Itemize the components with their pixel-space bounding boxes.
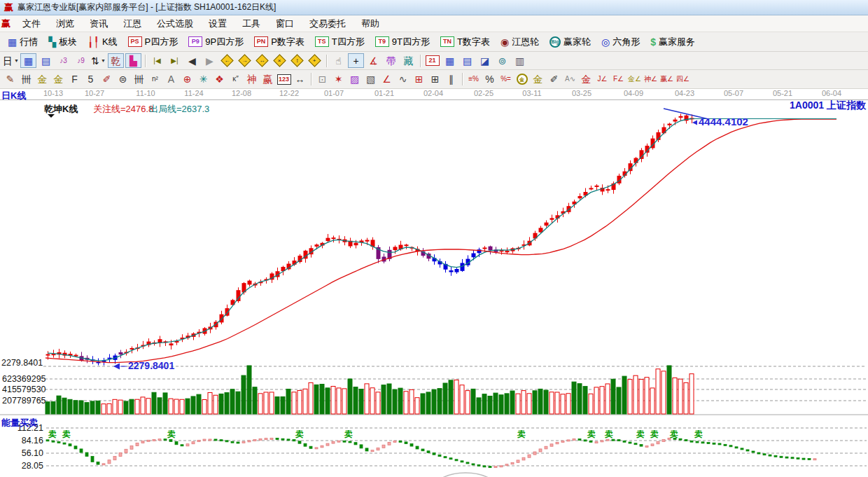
menu-item-2[interactable]: 资讯	[82, 16, 115, 32]
color-chart-button[interactable]: ▙	[125, 53, 141, 68]
screen-layout-button[interactable]: ▦	[20, 53, 36, 68]
j-angle-button[interactable]: J∠	[595, 72, 610, 86]
teal-star-button[interactable]: ✳	[196, 72, 211, 86]
menu-item-6[interactable]: 工具	[234, 16, 268, 32]
first-page-button[interactable]: |◀	[149, 53, 165, 68]
menu-item-4[interactable]: 公式选股	[149, 16, 201, 32]
shen-angle-button[interactable]: 神∠	[643, 72, 658, 86]
prev-button[interactable]: ◀	[184, 53, 200, 68]
gold-fence-b-button[interactable]: 金	[51, 72, 66, 86]
diamond-hjump-button[interactable]: ↔	[254, 53, 270, 68]
chart-svg[interactable]: 10-1310-2711-1011-2412-0812-2201-0701-21…	[0, 89, 868, 477]
calendar-button[interactable]: 21	[424, 53, 440, 68]
menu-item-9[interactable]: 帮助	[354, 16, 387, 32]
gann-wheel-button[interactable]: ◉江恩轮	[496, 34, 544, 50]
circle-fence-button[interactable]: ⊜	[115, 72, 130, 86]
report-button[interactable]: ▤	[459, 53, 475, 68]
target-circle-button[interactable]: ⊕	[180, 72, 195, 86]
gold-mark-button[interactable]: 金	[579, 72, 594, 86]
gold-circle-button[interactable]: 金	[514, 72, 529, 86]
gann-purple-tool-button[interactable]: 帶	[383, 53, 399, 68]
percent-line-button[interactable]: %=	[498, 72, 513, 86]
a-guide-button[interactable]: A	[164, 72, 178, 86]
last-page-button[interactable]: ▶|	[167, 53, 183, 68]
diamond-cross-button[interactable]: ×	[272, 53, 288, 68]
indicator-bar	[606, 439, 609, 441]
menu-item-7[interactable]: 窗口	[268, 16, 302, 32]
diamond-left-button[interactable]: ←	[219, 53, 235, 68]
menu-item-0[interactable]: 文件	[15, 16, 48, 32]
wave-a-button[interactable]: A∿	[563, 72, 578, 86]
matrix-button[interactable]: ▦	[442, 53, 458, 68]
f-angle-button[interactable]: F∠	[611, 72, 626, 86]
red-grid-star-button[interactable]: ❖	[212, 72, 227, 86]
pen-ruler-button[interactable]: ✐	[547, 72, 561, 86]
slant-lines-button[interactable]: ∥	[444, 72, 458, 86]
menu-item-5[interactable]: 设置	[201, 16, 234, 32]
period-day-button-icon: 日	[3, 56, 13, 66]
width-arrow-button[interactable]: ↔	[293, 72, 307, 86]
winner-service-button[interactable]: $赢家服务	[645, 34, 700, 50]
candle-style-button[interactable]: ⇅▼	[90, 53, 106, 68]
t-digit-table-button[interactable]: TNT数字表	[435, 34, 495, 50]
quotes-button[interactable]: ▦行情	[3, 34, 43, 50]
indicator-bar	[629, 442, 631, 443]
handle-box-button[interactable]: ⊡	[315, 72, 330, 86]
knife-tool-button[interactable]: ✎	[3, 72, 18, 86]
percent-button[interactable]: %	[482, 72, 497, 86]
menu-item-3[interactable]: 江恩	[115, 16, 149, 32]
ray-fan-button[interactable]: ✶	[331, 72, 346, 86]
menu-item-1[interactable]: 浏览	[48, 16, 82, 32]
print-button[interactable]: ▥	[512, 53, 528, 68]
k-wave-button[interactable]: κ″	[228, 72, 243, 86]
p-digit-table-button[interactable]: PNP数字表	[249, 34, 309, 50]
p-square-button[interactable]: PSP四方形	[123, 34, 183, 50]
crosshair-tool-button[interactable]: +	[348, 53, 364, 68]
save-button[interactable]: ◪	[477, 53, 493, 68]
kline-button[interactable]: ╽╿K线	[83, 34, 122, 50]
diamond-right-button[interactable]: →	[237, 53, 253, 68]
p9-square-button[interactable]: P99P四方形	[183, 34, 248, 50]
qiankun-seal-button[interactable]: 乾	[108, 53, 124, 68]
export-button[interactable]: ⊚	[494, 53, 510, 68]
fan-dark-button[interactable]: ▧	[363, 72, 378, 86]
menu-item-8[interactable]: 交易委托	[302, 16, 354, 32]
t-square-button[interactable]: TST四方形	[310, 34, 370, 50]
gold-line-button[interactable]: 金	[531, 72, 545, 86]
winner-wheel-button[interactable]: Big赢家轮	[545, 34, 596, 50]
dark-grid-button[interactable]: ⊞	[428, 72, 442, 86]
hexagon-button[interactable]: ◎六角形	[596, 34, 645, 50]
angle-pair-button[interactable]: ∠	[379, 72, 394, 86]
gold-fence-a-button[interactable]: 金	[35, 72, 50, 86]
sectors-button[interactable]: ▚板块	[43, 34, 82, 50]
f-fence-button[interactable]: F	[67, 72, 82, 86]
fence-tool-button[interactable]: 卌	[19, 72, 34, 86]
n-squared-button[interactable]: n²	[148, 72, 162, 86]
levels-button[interactable]: ≡%	[466, 72, 481, 86]
win-angle-button[interactable]: 赢∠	[659, 72, 674, 86]
next-button[interactable]: ▶	[202, 53, 218, 68]
win-fence-button[interactable]: 赢	[260, 72, 275, 86]
kline-dropdown-icon[interactable]	[48, 114, 55, 118]
gann-teal-tool-button[interactable]: 藏	[400, 53, 416, 68]
chart-area[interactable]: 10-1310-2711-1011-2412-0812-2201-0701-21…	[0, 89, 868, 477]
gold-angle-button[interactable]: 金∠	[627, 72, 642, 86]
info-list-button[interactable]: ▤	[38, 53, 54, 68]
hand-tool-button[interactable]: ☝	[330, 53, 346, 68]
marker-pen-button[interactable]: ✐	[99, 72, 114, 86]
hook-fence-button[interactable]: 5	[83, 72, 98, 86]
mini-chart-9-button[interactable]: ♪9	[73, 53, 89, 68]
mini-chart-3-button[interactable]: ♪3	[55, 53, 71, 68]
period-day-button[interactable]: 日▼	[3, 53, 19, 68]
shen-fence-button[interactable]: 神	[244, 72, 259, 86]
diamond-vjump-button[interactable]: ↕	[289, 53, 305, 68]
ruler-button[interactable]: 123	[276, 72, 291, 86]
four-angle-button[interactable]: 四∠	[676, 72, 690, 86]
fence2-tool-button[interactable]: 卌	[132, 72, 146, 86]
diamond-expand-button[interactable]: +	[307, 53, 323, 68]
red-grid-button[interactable]: ⊞	[412, 72, 426, 86]
fan-purple-button[interactable]: ▨	[347, 72, 362, 86]
zigzag-button[interactable]: ∿	[396, 72, 410, 86]
angle-tool-button[interactable]: ∡	[365, 53, 382, 68]
t9-square-button[interactable]: T99T四方形	[370, 34, 435, 50]
